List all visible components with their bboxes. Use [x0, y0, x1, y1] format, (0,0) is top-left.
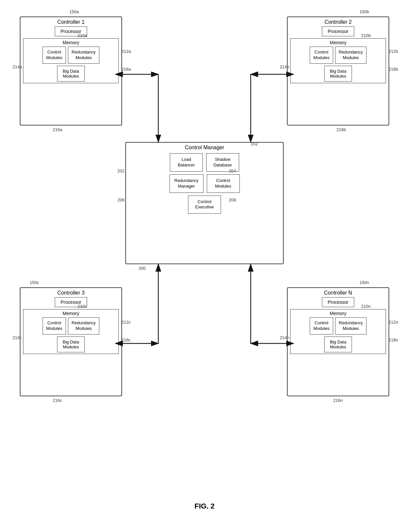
ref-216n: 216n	[333, 398, 343, 403]
controller-n-control-modules: ControlModules	[310, 317, 333, 335]
controller-n-processor: Processor	[322, 297, 354, 307]
controller-3-memory-title: Memory	[25, 311, 117, 316]
ref-218c: 218c	[121, 337, 131, 342]
ref-214a: 214a	[13, 64, 22, 69]
ref-152: 152	[251, 141, 258, 146]
ref-218a: 218a	[121, 67, 131, 72]
controller-2-box: Controller 2 Processor Memory ControlMod…	[287, 17, 389, 125]
ref-212n: 212n	[389, 320, 398, 325]
ref-214n: 214n	[280, 335, 289, 340]
ref-212a: 212a	[121, 49, 131, 54]
ref-218n: 218n	[389, 337, 398, 342]
ref-214b: 214b	[280, 64, 289, 69]
controller-3-title: Controller 3	[20, 288, 121, 297]
controller-1-memory-title: Memory	[25, 40, 117, 45]
controller-1-memory: Memory ControlModules RedundancyModules …	[23, 38, 119, 83]
control-executive-box: ControlExecutive	[188, 195, 221, 214]
diagram-container: Controller 1 Processor Memory ControlMod…	[0, 0, 409, 532]
redundancy-manager-box: RedundancyManager	[170, 174, 204, 193]
ref-202: 202	[117, 168, 125, 173]
controller-1-redundancy-modules: RedundancyModules	[68, 47, 99, 64]
controller-2-processor: Processor	[322, 26, 354, 36]
ref-216b: 216b	[336, 127, 346, 132]
controller-2-bigdata: Big DataModules	[324, 66, 352, 82]
ref-214c: 214c	[13, 335, 22, 340]
ref-204: 204	[229, 168, 236, 173]
ref-210a: 210a	[78, 33, 87, 38]
ref-200: 200	[139, 266, 146, 271]
controller-3-control-modules: ControlModules	[43, 317, 66, 335]
load-balancer-box: LoadBalancer	[170, 153, 203, 172]
controller-3-redundancy-modules: RedundancyModules	[68, 317, 99, 335]
ref-208: 208	[229, 197, 236, 202]
fig-caption: FIG. 2	[0, 502, 409, 512]
ref-150b: 150b	[360, 9, 369, 14]
control-manager-title: Control Manager	[126, 143, 283, 152]
ref-216c: 216c	[53, 398, 62, 403]
ref-212c: 212c	[121, 320, 131, 325]
ref-210n: 210n	[361, 304, 371, 309]
controller-2-memory: Memory ControlModules RedundancyModules …	[290, 38, 386, 83]
controller-1-bigdata: Big DataModules	[57, 66, 85, 82]
ref-212b: 212b	[389, 49, 398, 54]
controller-2-memory-title: Memory	[292, 40, 384, 45]
controller-n-bigdata: Big DataModules	[324, 337, 352, 352]
controller-2-control-modules: ControlModules	[310, 47, 333, 64]
controller-1-control-modules: ControlModules	[43, 47, 66, 64]
controller-2-title: Controller 2	[288, 17, 389, 26]
controller-2-redundancy-modules: RedundancyModules	[335, 47, 366, 64]
controller-n-memory-title: Memory	[292, 311, 384, 316]
controller-1-title: Controller 1	[20, 17, 121, 26]
controller-3-memory: Memory ControlModules RedundancyModules …	[23, 309, 119, 354]
ref-210c: 210c	[78, 304, 87, 309]
controller-3-bigdata: Big DataModules	[57, 337, 85, 352]
ref-150n: 150n	[360, 280, 369, 285]
ref-150a: 150a	[69, 9, 79, 14]
control-manager-box: Control Manager LoadBalancer ShadowDatab…	[125, 142, 284, 264]
controller-1-box: Controller 1 Processor Memory ControlMod…	[20, 17, 122, 125]
controller-n-title: Controller N	[288, 288, 389, 297]
ref-218b: 218b	[389, 67, 398, 72]
controller-n-memory: Memory ControlModules RedundancyModules …	[290, 309, 386, 354]
controller-3-box: Controller 3 Processor Memory ControlMod…	[20, 287, 122, 396]
controller-n-redundancy-modules: RedundancyModules	[335, 317, 366, 335]
cm-control-modules-box: ControlModules	[207, 174, 240, 193]
ref-206: 206	[117, 197, 125, 202]
ref-216a: 216a	[53, 127, 62, 132]
ref-150c: 150c	[30, 280, 39, 285]
controller-n-box: Controller N Processor Memory ControlMod…	[287, 287, 389, 396]
ref-210b: 210b	[361, 33, 371, 38]
